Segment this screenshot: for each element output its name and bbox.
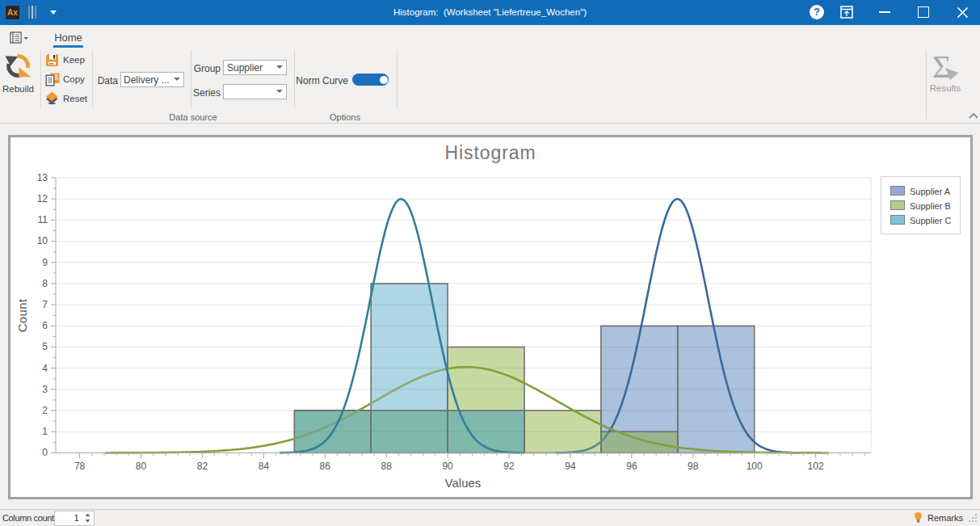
svg-text:0: 0: [42, 447, 48, 458]
svg-text:96: 96: [626, 461, 637, 472]
svg-text:82: 82: [197, 461, 208, 472]
svg-text:86: 86: [320, 461, 331, 472]
svg-text:92: 92: [503, 461, 515, 472]
svg-text:90: 90: [442, 461, 453, 472]
svg-text:94: 94: [565, 461, 576, 472]
svg-text:3: 3: [42, 384, 48, 395]
svg-text:11: 11: [38, 214, 48, 225]
svg-text:102: 102: [808, 461, 824, 472]
svg-text:88: 88: [381, 461, 393, 472]
svg-text:4: 4: [42, 363, 48, 374]
svg-text:98: 98: [688, 461, 699, 472]
svg-text:84: 84: [259, 461, 270, 472]
svg-text:13: 13: [37, 172, 48, 183]
svg-text:12: 12: [37, 193, 48, 204]
svg-text:7: 7: [42, 299, 48, 310]
svg-text:78: 78: [74, 461, 86, 472]
svg-text:1: 1: [42, 426, 48, 437]
svg-text:2: 2: [42, 405, 48, 416]
svg-text:5: 5: [42, 341, 48, 352]
svg-text:10: 10: [37, 235, 48, 246]
svg-text:100: 100: [747, 461, 763, 472]
svg-text:6: 6: [42, 320, 48, 331]
svg-text:9: 9: [42, 257, 48, 268]
svg-text:80: 80: [136, 461, 147, 472]
svg-text:8: 8: [42, 278, 48, 289]
